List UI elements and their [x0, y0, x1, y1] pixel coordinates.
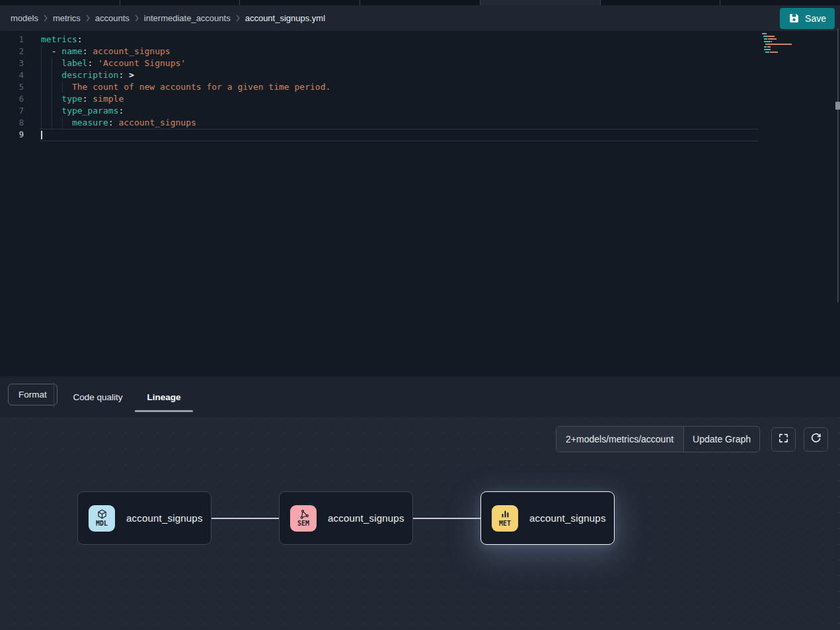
update-graph-button[interactable]: Update Graph — [683, 427, 759, 452]
file-tab-strip — [0, 0, 840, 5]
refresh-icon — [810, 433, 821, 446]
file-tab-6[interactable] — [601, 0, 721, 5]
node-label: account_signups — [126, 512, 203, 524]
line-number: 7 — [0, 105, 24, 117]
code-line[interactable]: 8 measure: account_signups — [0, 117, 840, 129]
fullscreen-icon — [778, 433, 789, 446]
minimap-line — [762, 41, 831, 42]
minimap-line — [762, 52, 831, 53]
indent-guide — [62, 81, 63, 93]
panel-tabs: Code qualityLineage — [69, 376, 193, 417]
line-number: 1 — [0, 34, 24, 46]
lineage-edge — [211, 518, 279, 519]
refresh-button[interactable] — [804, 427, 828, 452]
minimap-line — [762, 36, 831, 37]
code-lines[interactable]: 1metrics:2 - name: account_signups3 labe… — [0, 34, 840, 141]
line-number: 6 — [0, 93, 24, 105]
code-text: label: 'Account Signups' — [41, 57, 186, 69]
scrollbar-grip[interactable] — [835, 102, 840, 110]
tab-code-quality[interactable]: Code quality — [69, 376, 127, 417]
chevron-right-icon — [235, 15, 241, 22]
code-line[interactable]: 5 The count of new accounts for a given … — [0, 81, 840, 93]
metric-chart-icon: MET — [492, 505, 518, 532]
save-icon — [788, 13, 800, 24]
panel-resize-handle[interactable] — [837, 28, 839, 302]
code-text: measure: account_signups — [41, 117, 196, 129]
code-text: The count of new accounts for a given ti… — [41, 81, 330, 93]
node-label: account_signups — [328, 512, 404, 524]
fullscreen-button[interactable] — [771, 427, 796, 452]
tab-bar-divider — [54, 382, 54, 408]
chevron-right-icon — [85, 15, 91, 22]
semantic-model-icon: SEM — [290, 505, 317, 532]
line-number: 3 — [0, 57, 24, 69]
node-label: account_signups — [529, 512, 606, 524]
code-line[interactable]: 7 type_params: — [0, 105, 840, 117]
lineage-selector-group: Update Graph — [556, 426, 760, 452]
code-text: - name: account_signups — [41, 46, 171, 57]
chevron-right-icon — [43, 15, 48, 22]
breadcrumb-item[interactable]: metrics — [53, 13, 81, 23]
code-editor[interactable]: 1metrics:2 - name: account_signups3 labe… — [0, 31, 840, 376]
breadcrumb-item[interactable]: account_signups.yml — [245, 13, 325, 23]
lineage-node-met[interactable]: METaccount_signups — [480, 491, 615, 545]
lineage-node-mdl[interactable]: MDLaccount_signups — [77, 491, 211, 545]
node-type-label: MET — [499, 520, 511, 527]
minimap-line — [762, 44, 831, 45]
panel-tab-bar: Format Code qualityLineage — [0, 376, 840, 417]
file-tab-5[interactable] — [480, 0, 601, 5]
chevron-right-icon — [134, 15, 139, 22]
model-cube-icon: MDL — [89, 505, 115, 532]
code-line[interactable]: 4 description: > — [0, 69, 840, 81]
lineage-selector-input[interactable] — [556, 427, 683, 452]
format-button[interactable]: Format — [8, 384, 57, 405]
lineage-toolbar: Update Graph — [556, 426, 828, 452]
save-label: Save — [805, 13, 826, 24]
breadcrumb-item[interactable]: accounts — [95, 13, 130, 23]
save-button[interactable]: Save — [780, 8, 835, 29]
code-text: metrics: — [41, 34, 83, 46]
node-type-label: MDL — [96, 520, 108, 527]
code-line[interactable]: 6 type: simple — [0, 93, 840, 105]
code-text: type: simple — [41, 93, 124, 105]
indent-guide — [52, 57, 52, 129]
line-number: 9 — [0, 129, 24, 141]
breadcrumb-item[interactable]: intermediate_accounts — [144, 13, 231, 23]
bottom-panel: Format Code qualityLineage Update Graph — [0, 376, 840, 630]
code-line[interactable]: 3 label: 'Account Signups' — [0, 57, 840, 69]
file-tab-1[interactable] — [0, 0, 120, 5]
indent-guide — [41, 46, 42, 129]
minimap-line — [762, 49, 831, 50]
file-tab-4[interactable] — [360, 0, 480, 5]
indent-guide — [62, 117, 63, 129]
lineage-canvas[interactable]: Update Graph — [0, 417, 840, 630]
line-number: 2 — [0, 46, 24, 57]
minimap[interactable] — [762, 33, 831, 57]
code-text: description: > — [41, 69, 134, 81]
line-number: 4 — [0, 69, 24, 81]
tab-lineage[interactable]: Lineage — [135, 376, 193, 417]
text-cursor — [41, 131, 42, 139]
minimap-line — [762, 33, 831, 34]
minimap-line — [762, 38, 831, 40]
breadcrumb-bar: modelsmetricsaccountsintermediate_accoun… — [0, 5, 840, 31]
file-tab-7[interactable] — [720, 0, 840, 5]
file-tab-3[interactable] — [240, 0, 360, 5]
lineage-edge — [413, 518, 480, 519]
code-line[interactable]: 2 - name: account_signups — [0, 46, 840, 57]
lineage-node-sem[interactable]: SEMaccount_signups — [279, 491, 413, 545]
minimap-line — [762, 54, 831, 55]
node-type-label: SEM — [297, 520, 309, 527]
breadcrumb: modelsmetricsaccountsintermediate_accoun… — [11, 13, 325, 23]
code-line[interactable]: 1metrics: — [0, 34, 840, 46]
active-line-highlight — [40, 129, 758, 141]
minimap-line — [762, 46, 831, 48]
line-number: 5 — [0, 81, 24, 93]
line-number: 8 — [0, 117, 24, 129]
file-tab-2[interactable] — [120, 0, 241, 5]
app-window: modelsmetricsaccountsintermediate_accoun… — [0, 0, 840, 630]
code-text: type_params: — [41, 105, 124, 117]
breadcrumb-item[interactable]: models — [11, 13, 38, 23]
